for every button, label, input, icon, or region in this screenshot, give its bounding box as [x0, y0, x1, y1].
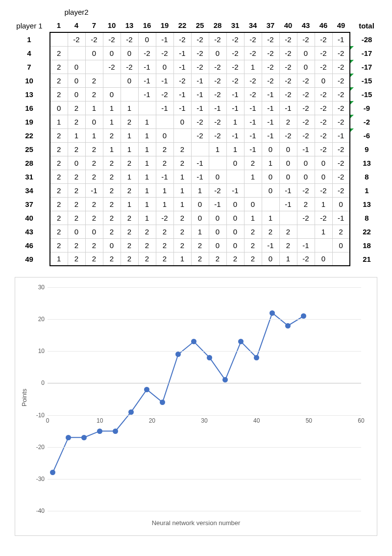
- matrix-cell: [279, 211, 297, 225]
- row-total: -28: [350, 32, 383, 46]
- matrix-cell: 2: [103, 211, 121, 225]
- matrix-cell: 0: [209, 225, 226, 238]
- row-label: 1: [9, 32, 50, 46]
- row-total: 1: [350, 183, 383, 197]
- matrix-cell: 2: [332, 225, 350, 238]
- matrix-cell: 2: [121, 115, 138, 128]
- row-total: -2: [350, 115, 383, 128]
- col-head: 10: [103, 19, 121, 32]
- matrix-cell: 2: [68, 183, 85, 197]
- matrix-cell: 2: [279, 225, 297, 238]
- grid-line: [48, 351, 361, 352]
- matrix-cell: 0: [85, 46, 103, 60]
- matrix-cell: [85, 60, 103, 74]
- matrix-cell: 2: [279, 115, 297, 128]
- matrix-cell: 2: [244, 225, 262, 238]
- matrix-cell: 2: [103, 128, 121, 142]
- table-row: 191201210-2-21-1-12-2-2-2-2: [9, 115, 383, 128]
- matrix-cell: -2: [332, 183, 350, 197]
- matrix-cell: 0: [156, 60, 173, 74]
- matrix-cell: [121, 87, 138, 101]
- score-matrix-table: player2 player 1 1 4 7 10 13 16 19 22 25…: [9, 5, 383, 266]
- matrix-cell: -1: [262, 128, 279, 142]
- matrix-cell: -2: [315, 60, 332, 74]
- matrix-cell: -1: [297, 142, 315, 156]
- chart-marker: [97, 429, 102, 434]
- chart-inner: Points -40-30-20-1001020300102030405060 …: [22, 284, 370, 529]
- matrix-cell: 2: [138, 238, 156, 252]
- player2-label-row: player2: [9, 5, 383, 19]
- row-total: 18: [350, 238, 383, 252]
- matrix-cell: -2: [209, 183, 226, 197]
- grid-line: [48, 479, 361, 480]
- matrix-table: player2 player 1 1 4 7 10 13 16 19 22 25…: [9, 5, 383, 266]
- matrix-cell: 0: [297, 46, 315, 60]
- row-label: 16: [9, 101, 50, 115]
- matrix-cell: 1: [121, 197, 138, 211]
- table-row: 720-2-2-10-1-2-2-21-2-20-2-2-17: [9, 60, 383, 74]
- matrix-cell: -2: [297, 115, 315, 128]
- matrix-cell: 1: [103, 101, 121, 115]
- matrix-cell: 1: [226, 115, 244, 128]
- col-head: 25: [191, 19, 209, 32]
- matrix-cell: [103, 74, 121, 87]
- matrix-cell: -1: [279, 183, 297, 197]
- matrix-cell: [332, 252, 350, 266]
- matrix-cell: 2: [50, 60, 68, 74]
- table-row: 102020-1-1-2-1-2-2-2-2-2-20-2-15: [9, 74, 383, 87]
- matrix-cell: 2: [156, 225, 173, 238]
- matrix-cell: 2: [68, 252, 85, 266]
- matrix-cell: -2: [191, 115, 209, 128]
- matrix-cell: -2: [226, 46, 244, 60]
- col-head: 22: [173, 19, 191, 32]
- col-head: 49: [332, 19, 350, 32]
- matrix-cell: -2: [315, 142, 332, 156]
- matrix-cell: 2: [68, 197, 85, 211]
- matrix-cell: 1: [173, 170, 191, 183]
- matrix-cell: -1: [138, 87, 156, 101]
- matrix-cell: 2: [121, 225, 138, 238]
- matrix-cell: -2: [297, 101, 315, 115]
- matrix-cell: 1: [138, 170, 156, 183]
- table-row: 31222211-11-1010000-28: [9, 170, 383, 183]
- matrix-cell: 2: [68, 142, 85, 156]
- matrix-cell: -2: [156, 46, 173, 60]
- matrix-cell: 0: [315, 74, 332, 87]
- matrix-cell: -1: [85, 183, 103, 197]
- matrix-cell: 1: [315, 197, 332, 211]
- matrix-cell: 1: [121, 142, 138, 156]
- matrix-cell: 2: [191, 252, 209, 266]
- matrix-cell: 0: [50, 101, 68, 115]
- matrix-cell: 1: [121, 101, 138, 115]
- table-row: 3422-1221111-2-10-1-2-2-21: [9, 183, 383, 197]
- col-head: 4: [68, 19, 85, 32]
- matrix-cell: -2: [138, 46, 156, 60]
- row-label: 40: [9, 211, 50, 225]
- matrix-cell: 2: [85, 156, 103, 170]
- matrix-cell: 1: [85, 101, 103, 115]
- matrix-cell: 0: [279, 142, 297, 156]
- table-row: 46222022222002-12-1018: [9, 238, 383, 252]
- matrix-cell: 1: [191, 225, 209, 238]
- matrix-cell: -2: [315, 183, 332, 197]
- matrix-cell: 2: [103, 197, 121, 211]
- row-total: -15: [350, 87, 383, 101]
- x-tick-label: 20: [149, 417, 155, 424]
- matrix-cell: -1: [173, 60, 191, 74]
- matrix-cell: -2: [244, 87, 262, 101]
- row-total: 9: [350, 142, 383, 156]
- matrix-cell: 0: [209, 238, 226, 252]
- matrix-cell: 0: [103, 87, 121, 101]
- matrix-cell: -1: [244, 142, 262, 156]
- matrix-cell: -1: [262, 87, 279, 101]
- matrix-cell: 1: [138, 211, 156, 225]
- matrix-cell: -1: [332, 128, 350, 142]
- matrix-cell: 0: [315, 252, 332, 266]
- matrix-cell: 2: [50, 183, 68, 197]
- matrix-cell: -2: [85, 32, 103, 46]
- matrix-cell: -1: [173, 46, 191, 60]
- matrix-cell: 2: [68, 211, 85, 225]
- matrix-cell: -2: [297, 211, 315, 225]
- player1-label: player 1: [9, 19, 50, 32]
- matrix-cell: 1: [209, 142, 226, 156]
